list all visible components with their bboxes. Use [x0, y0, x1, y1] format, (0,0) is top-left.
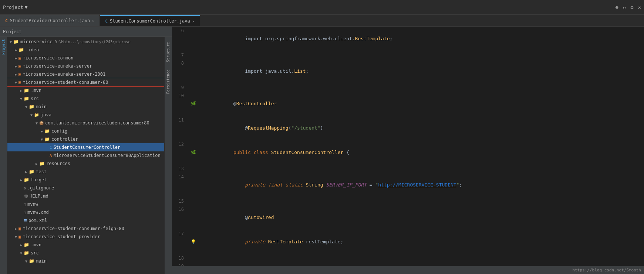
line-gutter: [190, 197, 197, 205]
module-icon: ▣: [18, 55, 21, 61]
line-code: [197, 197, 644, 205]
globe-icon[interactable]: ⊕: [615, 4, 618, 10]
file-icon: □: [24, 202, 26, 206]
tree-label: main: [36, 104, 47, 109]
tree-item-package[interactable]: ▼ 📦 com.tanle.microservicestudentconsume…: [7, 119, 164, 127]
md-icon: MD: [24, 194, 28, 198]
tree-item-help[interactable]: MD HELP.md: [7, 192, 164, 200]
right-panel: Structure Persistence: [164, 37, 172, 274]
folder-icon: 📁: [24, 88, 29, 93]
close-icon[interactable]: ✕: [638, 4, 641, 10]
sidebar-title: Project: [3, 29, 22, 34]
folder-icon-java: 📁: [34, 113, 39, 117]
line-code: @RequestMapping("/student"): [197, 116, 644, 140]
tree-label: microservice-eureka-server: [23, 64, 92, 69]
structure-tab[interactable]: Structure: [165, 40, 171, 64]
java-icon-active: C: [105, 19, 108, 24]
line-code: @PostMapping(value="/save"): [197, 262, 644, 266]
tree-item-main[interactable]: ▼ 📁 main: [7, 103, 164, 111]
tab-close-provider[interactable]: ✕: [92, 19, 94, 23]
tree-item-main2[interactable]: ▼ 📁 main: [7, 257, 164, 265]
project-tab-vertical[interactable]: Project: [1, 37, 6, 57]
top-bar: Project ▼ ⊕ ↔ ⚙ ✕: [0, 0, 644, 15]
tab-student-provider[interactable]: C StudentProviderController.java ✕: [0, 15, 100, 26]
tree-item-mvn[interactable]: ▶ 📁 .mvn: [7, 86, 164, 95]
tree-label: controller: [51, 137, 78, 142]
tree-arrow: ▶: [18, 243, 24, 247]
tab-close-consumer[interactable]: ✕: [192, 19, 195, 23]
line-gutter: [190, 83, 197, 92]
folder-icon-target: 📁: [24, 177, 29, 182]
split-icon[interactable]: ↔: [623, 4, 626, 10]
tree-item-mvnw-cmd[interactable]: □ mvnw.cmd: [7, 208, 164, 216]
tree-item-eureka-2001[interactable]: ▶ ▣ microservice-eureka-server-2001: [7, 70, 164, 78]
xml-icon: ☰: [24, 219, 27, 223]
java-icon: C: [5, 18, 8, 23]
tree-label: microservice-student-provider: [23, 234, 100, 239]
line-number: 19: [172, 262, 190, 266]
code-line-14: 14 private final static String SERVER_IP…: [172, 173, 644, 197]
tree-arrow: ▼: [39, 137, 44, 141]
code-line-12: 12 🌿 public class StudentConsumerControl…: [172, 140, 644, 165]
line-gutter: [190, 27, 197, 51]
line-code: import java.util.List;: [197, 59, 644, 83]
tree-item-controller[interactable]: ▼ 📁 controller: [7, 135, 164, 143]
gear-icon[interactable]: ⚙: [630, 4, 633, 10]
tree-item-eureka[interactable]: ▶ ▣ microservice-eureka-server: [7, 62, 164, 70]
project-tree: ▼ 📁 microservice D:\Main...\repository\t…: [7, 37, 164, 274]
tree-arrow: ▶: [18, 89, 24, 93]
line-number: 14: [172, 173, 190, 197]
code-line-19: 19 @PostMapping(value="/save"): [172, 262, 644, 266]
gitignore-icon: ⚙: [24, 186, 26, 190]
tree-item-resources[interactable]: ▶ 📁 resources: [7, 160, 164, 168]
line-number: 16: [172, 205, 190, 230]
tree-arrow: ▼: [34, 121, 39, 125]
project-dropdown[interactable]: Project ▼: [3, 4, 28, 10]
tree-label: test: [36, 169, 47, 174]
tree-label: .mvn: [31, 88, 41, 93]
tree-label: MicroserviceStudentConsumer80Application: [54, 153, 161, 158]
code-line-10: 10 🌿 @RestController: [172, 92, 644, 116]
line-code: [197, 83, 644, 92]
line-number: 13: [172, 165, 190, 173]
tab-student-consumer[interactable]: C StudentConsumerController.java ✕: [100, 15, 200, 26]
line-code: private RestTemplate restTemplate;: [197, 230, 644, 254]
tree-arrow: ▼: [13, 81, 18, 85]
tree-item-mvn2[interactable]: ▶ 📁 .mvn: [7, 241, 164, 249]
code-line-16: 16 @Autowired: [172, 205, 644, 230]
tree-item-pom[interactable]: ☰ pom.xml: [7, 216, 164, 225]
code-line-9: 9: [172, 83, 644, 92]
tree-item-consumer-controller[interactable]: C StudentConsumerController: [7, 143, 164, 151]
tree-item-idea[interactable]: ▶ 📁 .idea: [7, 46, 164, 54]
line-code: [197, 165, 644, 173]
tree-item-java[interactable]: ▼ 📁 java: [7, 111, 164, 119]
persistence-tab[interactable]: Persistence: [165, 67, 171, 96]
line-code: @RestController: [197, 92, 644, 116]
java-app-icon: A: [50, 153, 52, 158]
line-code: import org.springframework.web.client.Re…: [197, 27, 644, 51]
tree-item-target[interactable]: ▶ 📁 target: [7, 176, 164, 184]
code-content[interactable]: 6 import org.springframework.web.client.…: [172, 27, 644, 266]
code-line-13: 13: [172, 165, 644, 173]
tab-bar: C StudentProviderController.java ✕ C Stu…: [0, 15, 644, 27]
line-number: 11: [172, 116, 190, 140]
status-bar: https://blog.csdn.net/Smooth: [172, 266, 644, 274]
tree-item-src2[interactable]: ▼ 📁 src: [7, 249, 164, 257]
tree-item-test[interactable]: ▶ 📁 test: [7, 168, 164, 176]
tree-item-app[interactable]: A MicroserviceStudentConsumer80Applicati…: [7, 151, 164, 160]
tree-arrow: ▶: [18, 178, 24, 182]
tree-item-src[interactable]: ▼ 📁 src: [7, 95, 164, 103]
tree-item-provider[interactable]: ▼ ▣ microservice-student-provider: [7, 233, 164, 241]
tree-item-microservice[interactable]: ▼ 📁 microservice D:\Main...\repository\t…: [7, 38, 164, 46]
tree-label: .gitignore: [27, 185, 54, 191]
tree-item-consumer-80[interactable]: ▼ ▣ microservice-student-consumer-80: [7, 78, 164, 86]
tree-item-common[interactable]: ▶ ▣ microservice-common: [7, 54, 164, 62]
line-gutter: [190, 262, 197, 266]
folder-icon: 📁: [18, 47, 24, 52]
tree-item-gitignore[interactable]: ⚙ .gitignore: [7, 184, 164, 192]
folder-icon-main: 📁: [29, 104, 34, 109]
tree-item-config[interactable]: ▶ 📁 config: [7, 127, 164, 135]
tree-item-mvnw[interactable]: □ mvnw: [7, 200, 164, 208]
tree-item-feign-80[interactable]: ▶ ▣ microservice-student-consumer-feign-…: [7, 225, 164, 233]
folder-icon-controller: 📁: [44, 137, 50, 142]
